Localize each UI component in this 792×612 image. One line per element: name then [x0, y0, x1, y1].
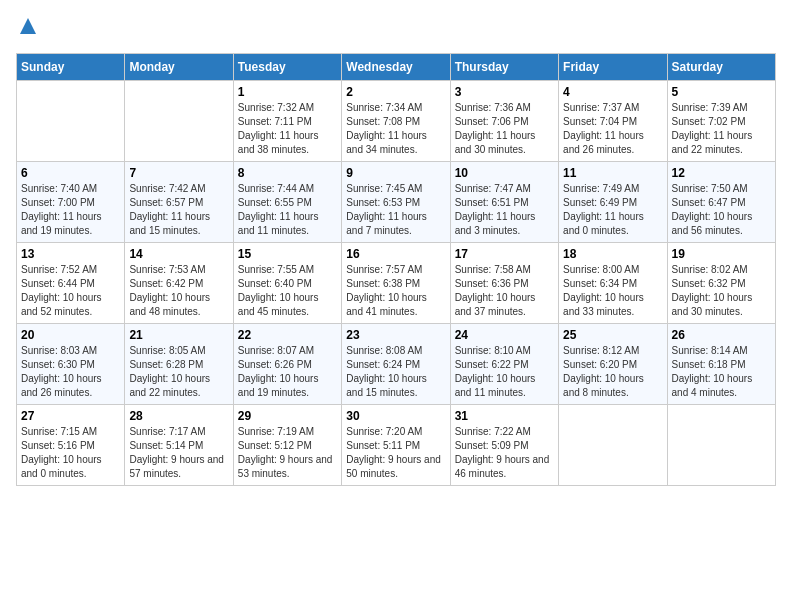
- calendar-cell: 17Sunrise: 7:58 AM Sunset: 6:36 PM Dayli…: [450, 242, 558, 323]
- day-number: 28: [129, 409, 228, 423]
- day-number: 24: [455, 328, 554, 342]
- day-info: Sunrise: 7:36 AM Sunset: 7:06 PM Dayligh…: [455, 101, 554, 157]
- day-number: 14: [129, 247, 228, 261]
- day-info: Sunrise: 8:03 AM Sunset: 6:30 PM Dayligh…: [21, 344, 120, 400]
- calendar-cell: 29Sunrise: 7:19 AM Sunset: 5:12 PM Dayli…: [233, 404, 341, 485]
- day-info: Sunrise: 8:00 AM Sunset: 6:34 PM Dayligh…: [563, 263, 662, 319]
- calendar-cell: 7Sunrise: 7:42 AM Sunset: 6:57 PM Daylig…: [125, 161, 233, 242]
- day-info: Sunrise: 7:34 AM Sunset: 7:08 PM Dayligh…: [346, 101, 445, 157]
- calendar-cell: 1Sunrise: 7:32 AM Sunset: 7:11 PM Daylig…: [233, 80, 341, 161]
- calendar-cell: 14Sunrise: 7:53 AM Sunset: 6:42 PM Dayli…: [125, 242, 233, 323]
- weekday-header-sunday: Sunday: [17, 53, 125, 80]
- day-info: Sunrise: 7:20 AM Sunset: 5:11 PM Dayligh…: [346, 425, 445, 481]
- calendar-cell: 31Sunrise: 7:22 AM Sunset: 5:09 PM Dayli…: [450, 404, 558, 485]
- calendar-cell: [17, 80, 125, 161]
- day-number: 1: [238, 85, 337, 99]
- calendar-cell: 19Sunrise: 8:02 AM Sunset: 6:32 PM Dayli…: [667, 242, 775, 323]
- day-number: 23: [346, 328, 445, 342]
- day-number: 12: [672, 166, 771, 180]
- calendar-cell: 23Sunrise: 8:08 AM Sunset: 6:24 PM Dayli…: [342, 323, 450, 404]
- calendar-cell: 30Sunrise: 7:20 AM Sunset: 5:11 PM Dayli…: [342, 404, 450, 485]
- calendar-cell: 24Sunrise: 8:10 AM Sunset: 6:22 PM Dayli…: [450, 323, 558, 404]
- day-info: Sunrise: 8:02 AM Sunset: 6:32 PM Dayligh…: [672, 263, 771, 319]
- day-number: 21: [129, 328, 228, 342]
- calendar-cell: 2Sunrise: 7:34 AM Sunset: 7:08 PM Daylig…: [342, 80, 450, 161]
- calendar-cell: 16Sunrise: 7:57 AM Sunset: 6:38 PM Dayli…: [342, 242, 450, 323]
- day-info: Sunrise: 8:05 AM Sunset: 6:28 PM Dayligh…: [129, 344, 228, 400]
- calendar-cell: 20Sunrise: 8:03 AM Sunset: 6:30 PM Dayli…: [17, 323, 125, 404]
- page-header: [16, 16, 776, 41]
- day-number: 5: [672, 85, 771, 99]
- calendar-cell: 21Sunrise: 8:05 AM Sunset: 6:28 PM Dayli…: [125, 323, 233, 404]
- day-number: 20: [21, 328, 120, 342]
- day-number: 19: [672, 247, 771, 261]
- day-info: Sunrise: 7:40 AM Sunset: 7:00 PM Dayligh…: [21, 182, 120, 238]
- day-number: 15: [238, 247, 337, 261]
- calendar-cell: 27Sunrise: 7:15 AM Sunset: 5:16 PM Dayli…: [17, 404, 125, 485]
- calendar-cell: 28Sunrise: 7:17 AM Sunset: 5:14 PM Dayli…: [125, 404, 233, 485]
- day-number: 3: [455, 85, 554, 99]
- day-info: Sunrise: 7:53 AM Sunset: 6:42 PM Dayligh…: [129, 263, 228, 319]
- calendar-cell: 26Sunrise: 8:14 AM Sunset: 6:18 PM Dayli…: [667, 323, 775, 404]
- svg-marker-0: [20, 18, 36, 34]
- calendar-cell: 4Sunrise: 7:37 AM Sunset: 7:04 PM Daylig…: [559, 80, 667, 161]
- calendar-cell: 8Sunrise: 7:44 AM Sunset: 6:55 PM Daylig…: [233, 161, 341, 242]
- day-number: 27: [21, 409, 120, 423]
- day-info: Sunrise: 7:22 AM Sunset: 5:09 PM Dayligh…: [455, 425, 554, 481]
- day-number: 9: [346, 166, 445, 180]
- week-row-1: 1Sunrise: 7:32 AM Sunset: 7:11 PM Daylig…: [17, 80, 776, 161]
- day-info: Sunrise: 7:50 AM Sunset: 6:47 PM Dayligh…: [672, 182, 771, 238]
- day-info: Sunrise: 8:12 AM Sunset: 6:20 PM Dayligh…: [563, 344, 662, 400]
- day-info: Sunrise: 8:10 AM Sunset: 6:22 PM Dayligh…: [455, 344, 554, 400]
- weekday-header-thursday: Thursday: [450, 53, 558, 80]
- calendar-cell: 15Sunrise: 7:55 AM Sunset: 6:40 PM Dayli…: [233, 242, 341, 323]
- day-number: 6: [21, 166, 120, 180]
- calendar-cell: [667, 404, 775, 485]
- day-number: 31: [455, 409, 554, 423]
- day-number: 17: [455, 247, 554, 261]
- week-row-3: 13Sunrise: 7:52 AM Sunset: 6:44 PM Dayli…: [17, 242, 776, 323]
- day-info: Sunrise: 7:44 AM Sunset: 6:55 PM Dayligh…: [238, 182, 337, 238]
- day-number: 30: [346, 409, 445, 423]
- day-number: 29: [238, 409, 337, 423]
- calendar-table: SundayMondayTuesdayWednesdayThursdayFrid…: [16, 53, 776, 486]
- weekday-header-monday: Monday: [125, 53, 233, 80]
- day-info: Sunrise: 7:55 AM Sunset: 6:40 PM Dayligh…: [238, 263, 337, 319]
- calendar-cell: 11Sunrise: 7:49 AM Sunset: 6:49 PM Dayli…: [559, 161, 667, 242]
- calendar-cell: 18Sunrise: 8:00 AM Sunset: 6:34 PM Dayli…: [559, 242, 667, 323]
- day-info: Sunrise: 7:32 AM Sunset: 7:11 PM Dayligh…: [238, 101, 337, 157]
- week-row-2: 6Sunrise: 7:40 AM Sunset: 7:00 PM Daylig…: [17, 161, 776, 242]
- day-info: Sunrise: 7:57 AM Sunset: 6:38 PM Dayligh…: [346, 263, 445, 319]
- day-info: Sunrise: 7:17 AM Sunset: 5:14 PM Dayligh…: [129, 425, 228, 481]
- day-info: Sunrise: 8:07 AM Sunset: 6:26 PM Dayligh…: [238, 344, 337, 400]
- calendar-cell: 10Sunrise: 7:47 AM Sunset: 6:51 PM Dayli…: [450, 161, 558, 242]
- calendar-cell: 6Sunrise: 7:40 AM Sunset: 7:00 PM Daylig…: [17, 161, 125, 242]
- day-number: 4: [563, 85, 662, 99]
- weekday-header-saturday: Saturday: [667, 53, 775, 80]
- weekday-header-wednesday: Wednesday: [342, 53, 450, 80]
- calendar-cell: 12Sunrise: 7:50 AM Sunset: 6:47 PM Dayli…: [667, 161, 775, 242]
- day-number: 26: [672, 328, 771, 342]
- day-number: 13: [21, 247, 120, 261]
- day-info: Sunrise: 7:58 AM Sunset: 6:36 PM Dayligh…: [455, 263, 554, 319]
- day-info: Sunrise: 7:45 AM Sunset: 6:53 PM Dayligh…: [346, 182, 445, 238]
- logo-icon: [18, 16, 38, 36]
- logo: [16, 16, 38, 41]
- day-number: 25: [563, 328, 662, 342]
- calendar-cell: 13Sunrise: 7:52 AM Sunset: 6:44 PM Dayli…: [17, 242, 125, 323]
- day-info: Sunrise: 7:15 AM Sunset: 5:16 PM Dayligh…: [21, 425, 120, 481]
- day-number: 7: [129, 166, 228, 180]
- week-row-5: 27Sunrise: 7:15 AM Sunset: 5:16 PM Dayli…: [17, 404, 776, 485]
- day-info: Sunrise: 7:47 AM Sunset: 6:51 PM Dayligh…: [455, 182, 554, 238]
- weekday-header-friday: Friday: [559, 53, 667, 80]
- day-info: Sunrise: 7:52 AM Sunset: 6:44 PM Dayligh…: [21, 263, 120, 319]
- calendar-cell: 9Sunrise: 7:45 AM Sunset: 6:53 PM Daylig…: [342, 161, 450, 242]
- day-number: 2: [346, 85, 445, 99]
- day-info: Sunrise: 7:42 AM Sunset: 6:57 PM Dayligh…: [129, 182, 228, 238]
- calendar-cell: 22Sunrise: 8:07 AM Sunset: 6:26 PM Dayli…: [233, 323, 341, 404]
- day-info: Sunrise: 7:19 AM Sunset: 5:12 PM Dayligh…: [238, 425, 337, 481]
- day-number: 22: [238, 328, 337, 342]
- day-info: Sunrise: 8:14 AM Sunset: 6:18 PM Dayligh…: [672, 344, 771, 400]
- week-row-4: 20Sunrise: 8:03 AM Sunset: 6:30 PM Dayli…: [17, 323, 776, 404]
- calendar-cell: [559, 404, 667, 485]
